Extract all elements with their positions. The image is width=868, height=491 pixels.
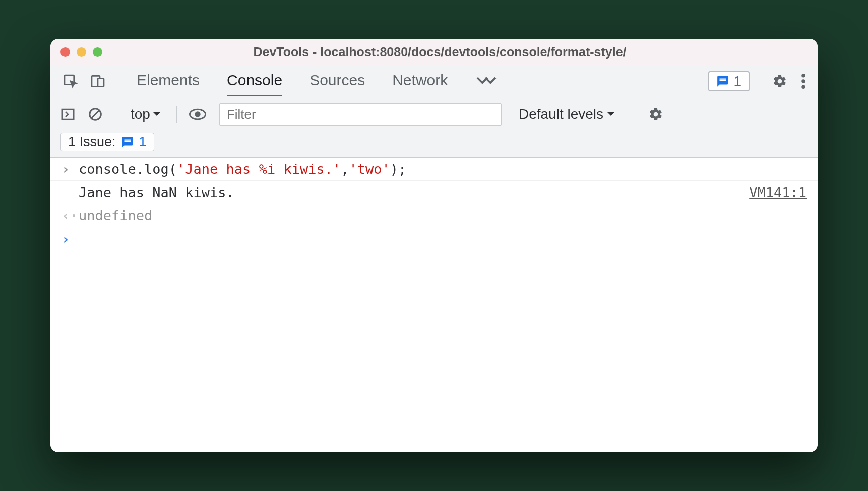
svg-point-3 xyxy=(801,74,805,78)
chevron-down-icon xyxy=(152,111,161,118)
main-tab-bar: Elements Console Sources Network 1 xyxy=(50,66,818,96)
console-settings-gear-icon[interactable] xyxy=(648,107,663,122)
context-selector[interactable]: top xyxy=(128,106,164,122)
divider xyxy=(636,106,636,123)
tab-elements[interactable]: Elements xyxy=(137,66,200,97)
result-caret-icon: ‹· xyxy=(61,208,79,223)
levels-label: Default levels xyxy=(519,106,603,122)
filter-input[interactable] xyxy=(219,103,502,126)
prompt-caret-icon: › xyxy=(61,161,79,177)
svg-rect-2 xyxy=(98,78,104,86)
console-prompt-row[interactable]: › xyxy=(50,227,818,251)
result-value: undefined xyxy=(79,208,152,223)
active-prompt-icon: › xyxy=(61,231,79,247)
svg-point-10 xyxy=(195,111,200,117)
window-title: DevTools - localhost:8080/docs/devtools/… xyxy=(102,45,808,59)
console-input-row: › console.log( 'Jane has %i kiwis.' , 't… xyxy=(50,158,818,181)
issue-icon xyxy=(121,136,134,149)
issue-count: 1 xyxy=(139,134,147,150)
tab-sources[interactable]: Sources xyxy=(309,66,365,97)
context-label: top xyxy=(131,106,150,122)
issue-icon xyxy=(716,75,729,88)
live-expression-icon[interactable] xyxy=(189,108,206,120)
issue-label: 1 Issue: xyxy=(68,134,116,150)
tab-network[interactable]: Network xyxy=(392,66,448,97)
console-result-row: ‹· undefined xyxy=(50,204,818,227)
issue-pill[interactable]: 1 Issue: 1 xyxy=(60,133,154,151)
traffic-lights xyxy=(60,47,102,57)
svg-line-8 xyxy=(92,111,99,118)
devtools-window: DevTools - localhost:8080/docs/devtools/… xyxy=(50,39,818,452)
chevron-down-icon xyxy=(606,111,615,118)
tab-console[interactable]: Console xyxy=(227,66,282,97)
svg-point-5 xyxy=(801,85,805,89)
clear-console-icon[interactable] xyxy=(88,107,103,122)
panel-tabs: Elements Console Sources Network xyxy=(137,66,498,97)
minimize-window-button[interactable] xyxy=(77,47,86,57)
divider xyxy=(761,73,761,90)
divider xyxy=(176,106,177,123)
log-message: Jane has NaN kiwis. xyxy=(79,185,234,200)
console-input-code[interactable]: console.log( 'Jane has %i kiwis.' , 'two… xyxy=(79,161,406,177)
console-output: › console.log( 'Jane has %i kiwis.' , 't… xyxy=(50,158,818,452)
source-link[interactable]: VM141:1 xyxy=(749,185,807,200)
divider xyxy=(115,106,115,123)
svg-point-4 xyxy=(801,79,805,83)
device-toolbar-icon[interactable] xyxy=(90,73,106,89)
close-window-button[interactable] xyxy=(60,47,70,57)
issues-badge[interactable]: 1 xyxy=(708,71,750,91)
console-toolbar: top Default levels 1 Issue: 1 xyxy=(50,96,818,158)
tab-overflow[interactable] xyxy=(475,66,498,97)
maximize-window-button[interactable] xyxy=(93,47,102,57)
divider xyxy=(117,73,117,90)
kebab-menu-icon[interactable] xyxy=(801,74,805,89)
show-console-sidebar-icon[interactable] xyxy=(60,107,76,122)
inspect-element-icon[interactable] xyxy=(63,73,79,89)
console-log-row: Jane has NaN kiwis. VM141:1 xyxy=(50,181,818,204)
settings-gear-icon[interactable] xyxy=(772,74,787,89)
issues-count: 1 xyxy=(733,73,741,89)
titlebar: DevTools - localhost:8080/docs/devtools/… xyxy=(50,39,818,66)
log-level-selector[interactable]: Default levels xyxy=(519,106,615,122)
